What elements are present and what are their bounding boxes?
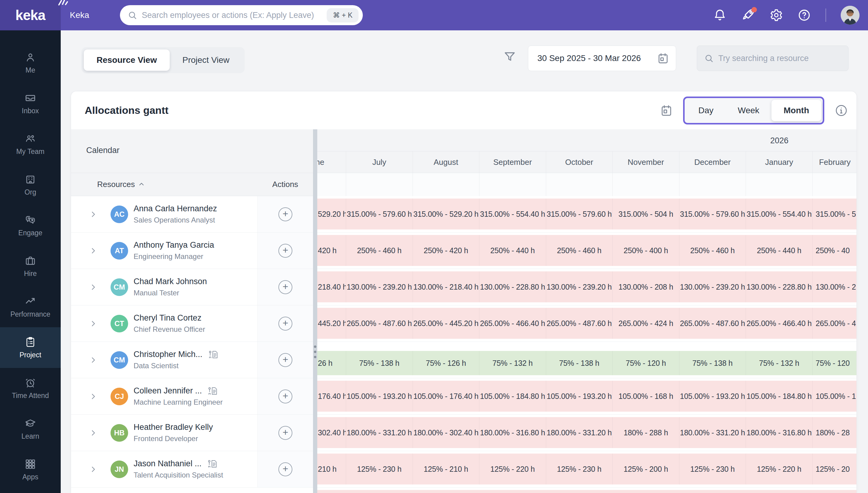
allocation-cell[interactable]: 130.00% - 2 <box>813 272 857 302</box>
resource-row-partial[interactable] <box>71 488 313 493</box>
resource-row[interactable]: AC Anna Carla Hernandez Sales Operations… <box>71 196 313 233</box>
resource-row[interactable]: CM Chad Mark Johnson Manual Tester + <box>71 269 313 305</box>
allocation-cell[interactable]: 315.00% - 554.40 h <box>746 198 813 230</box>
allocation-cell[interactable]: 315.00% - 579.60 h <box>346 198 413 230</box>
allocation-cell[interactable]: 125% - 220 h <box>746 453 813 485</box>
allocation-cell[interactable]: 75% - 120 h <box>613 351 679 375</box>
sidebar-item-engage[interactable]: Engage <box>0 205 61 246</box>
notifications-bell-icon[interactable] <box>713 8 726 22</box>
allocation-cell[interactable]: 210 h <box>317 453 346 485</box>
allocation-cell[interactable]: 265.00% - 487.60 h <box>546 308 613 339</box>
allocation-cell[interactable]: 130.00% - 228.80 h <box>746 272 813 302</box>
expand-chevron-icon[interactable] <box>71 392 97 401</box>
allocation-cell[interactable]: 130.00% - 218.40 h <box>413 272 480 302</box>
expand-chevron-icon[interactable] <box>71 283 97 291</box>
sidebar-item-performance[interactable]: Performance <box>0 286 61 327</box>
add-allocation-button[interactable]: + <box>278 462 292 476</box>
allocation-cell[interactable]: 250% - 400 h <box>613 235 679 266</box>
allocation-cell[interactable]: 265.00% - 487.60 h <box>346 308 413 339</box>
resource-row[interactable]: AT Anthony Tanya Garcia Engineering Mana… <box>71 233 313 269</box>
allocation-cell[interactable]: 250% - 420 h <box>413 235 480 266</box>
allocation-cell[interactable]: 315.00% - 529.20 h <box>413 198 480 230</box>
tab-resource-view[interactable]: Resource View <box>84 49 170 71</box>
allocation-cell[interactable]: 250% - 460 h <box>679 235 746 266</box>
tab-project-view[interactable]: Project View <box>170 49 242 71</box>
add-allocation-button[interactable]: + <box>278 317 292 330</box>
allocation-cell[interactable]: 125% - 200 h <box>613 453 679 485</box>
settings-gear-icon[interactable] <box>769 8 783 22</box>
allocation-cell[interactable]: 315.00% - 504 h <box>613 198 679 230</box>
expand-chevron-icon[interactable] <box>71 210 97 218</box>
granularity-week[interactable]: Week <box>725 100 772 121</box>
allocation-cell[interactable]: 250% - 440 h <box>746 235 813 266</box>
add-allocation-button[interactable]: + <box>278 207 292 221</box>
allocation-cell[interactable]: 180.00% - 316.80 h <box>479 417 546 448</box>
allocation-cell[interactable]: 176.40 h <box>317 381 346 412</box>
sidebar-item-me[interactable]: Me <box>0 43 61 83</box>
allocation-cell[interactable]: 75% - 126 h <box>413 351 480 375</box>
date-range-picker[interactable] <box>528 45 676 71</box>
allocation-cell[interactable]: 130.00% - 228.80 h <box>479 272 546 302</box>
allocation-cell[interactable]: 125% - 230 h <box>546 453 613 485</box>
sidebar-item-apps[interactable]: Apps <box>0 449 61 490</box>
allocation-cell[interactable]: 445.20 h <box>317 308 346 339</box>
add-allocation-button[interactable]: + <box>278 389 292 404</box>
date-range-input[interactable] <box>537 53 657 63</box>
expand-chevron-icon[interactable] <box>71 429 97 437</box>
allocation-cell[interactable]: 315.00% - 554.40 h <box>479 198 546 230</box>
allocation-cell[interactable]: 180.00% - 331.20 h <box>679 417 746 448</box>
allocation-cell[interactable]: 420 h <box>317 235 346 266</box>
allocation-cell[interactable]: 26 h <box>317 351 346 375</box>
granularity-month[interactable]: Month <box>772 100 821 121</box>
allocation-cell[interactable]: 130.00% - 239.20 h <box>679 272 746 302</box>
allocation-cell[interactable]: 105.00% - 184.80 h <box>479 381 546 412</box>
allocation-cell[interactable]: 105.00% - 168 h <box>613 381 679 412</box>
resource-search[interactable] <box>697 45 849 71</box>
allocation-cell[interactable]: 105.00% - 1 <box>813 381 857 412</box>
resources-column-header[interactable]: Resources <box>97 180 145 189</box>
resource-row[interactable]: CM Christopher Mich... Data Scientist + <box>71 342 313 378</box>
resource-row[interactable]: CJ Colleen Jennifer ... Machine Learning… <box>71 378 313 415</box>
user-avatar[interactable] <box>841 6 860 25</box>
allocation-cell[interactable]: 265.00% - 4 <box>813 308 857 339</box>
filter-funnel-icon[interactable] <box>503 50 516 63</box>
allocation-cell[interactable]: 75% - 138 h <box>346 351 413 375</box>
sidebar-item-project[interactable]: Project <box>0 327 61 368</box>
whats-new-rocket-icon[interactable] <box>741 8 755 22</box>
resource-row[interactable]: HB Heather Bradley Kelly Frontend Develo… <box>71 415 313 451</box>
allocation-cell[interactable]: 218.40 h <box>317 272 346 302</box>
allocation-cell[interactable]: 265.00% - 445.20 h <box>413 308 480 339</box>
sidebar-item-time-attend[interactable]: Time Attend <box>0 368 61 409</box>
sidebar-item-org[interactable]: Org <box>0 165 61 205</box>
allocation-cell[interactable]: 125% - 210 h <box>413 453 480 485</box>
allocation-cell[interactable]: 130.00% - 239.20 h <box>546 272 613 302</box>
allocation-cell[interactable]: 315.00% - 579.60 h <box>679 198 746 230</box>
allocation-cell[interactable]: 125% - 220 h <box>479 453 546 485</box>
allocation-cell[interactable]: 265.00% - 466.40 h <box>746 308 813 339</box>
allocation-cell[interactable]: 250% - 460 h <box>546 235 613 266</box>
allocation-cell[interactable]: 105.00% - 176.40 h <box>413 381 480 412</box>
allocation-cell[interactable]: 125% - 230 h <box>679 453 746 485</box>
allocation-cell[interactable]: 180.00% - 302.40 h <box>413 417 480 448</box>
allocation-cell[interactable]: 125% - 20 <box>813 453 857 485</box>
help-icon[interactable] <box>798 8 811 22</box>
allocation-cell[interactable]: 180.00% - 331.20 h <box>346 417 413 448</box>
granularity-day[interactable]: Day <box>686 100 725 121</box>
expand-chevron-icon[interactable] <box>71 356 97 364</box>
allocation-cell[interactable]: 105.00% - 193.20 h <box>546 381 613 412</box>
allocation-cell[interactable]: 125% - 230 h <box>346 453 413 485</box>
info-icon[interactable] <box>834 104 848 117</box>
allocation-cell[interactable]: 315.00% - 5 <box>813 198 857 230</box>
resource-row[interactable]: CT Cheryl Tina Cortez Chief Revenue Offi… <box>71 305 313 342</box>
allocation-cell[interactable]: 130.00% - 239.20 h <box>346 272 413 302</box>
expand-chevron-icon[interactable] <box>71 465 97 473</box>
allocation-cell[interactable]: 180% - 288 h <box>613 417 679 448</box>
sidebar-item-my-team[interactable]: My Team <box>0 124 61 165</box>
allocation-cell[interactable]: 265.00% - 487.60 h <box>679 308 746 339</box>
allocation-cell[interactable]: 105.00% - 193.20 h <box>679 381 746 412</box>
add-allocation-button[interactable]: + <box>278 280 292 294</box>
allocation-cell[interactable]: 529.20 h <box>317 198 346 230</box>
allocation-cell[interactable]: 75% - 132 h <box>479 351 546 375</box>
allocation-cell[interactable]: 250% - 460 h <box>346 235 413 266</box>
allocation-cell[interactable]: 130.00% - 208 h <box>613 272 679 302</box>
